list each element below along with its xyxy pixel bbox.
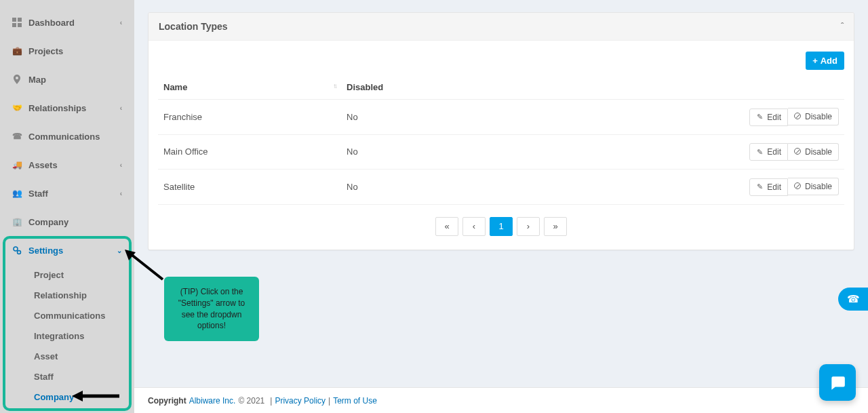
column-disabled: Disabled — [341, 78, 626, 100]
edit-button[interactable]: ✎Edit — [749, 109, 788, 126]
users-icon: 👥 — [12, 189, 22, 198]
floating-chat-button[interactable] — [819, 364, 856, 401]
pencil-icon: ✎ — [756, 148, 764, 157]
dashboard-icon — [12, 18, 22, 27]
disable-label: Disable — [805, 147, 832, 157]
disable-icon — [794, 182, 802, 191]
disable-icon — [794, 148, 802, 156]
sidebar-subitem-company[interactable]: Company — [0, 387, 134, 407]
page-next[interactable]: › — [517, 217, 540, 236]
page-current[interactable]: 1 — [490, 217, 513, 236]
disable-button[interactable]: Disable — [788, 143, 839, 161]
footer-privacy-link[interactable]: Privacy Policy — [275, 396, 326, 406]
phone-icon: ☎ — [12, 132, 22, 141]
page-first[interactable]: « — [435, 217, 458, 236]
sidebar-subitem-label: Relationship — [34, 290, 87, 300]
truck-icon: 🚚 — [12, 160, 22, 170]
sidebar-item-projects[interactable]: 💼 Projects — [0, 37, 134, 65]
sidebar-item-relationships[interactable]: 🤝 Relationships ‹ — [0, 94, 134, 122]
edit-button[interactable]: ✎Edit — [749, 143, 788, 161]
column-name-label: Name — [163, 82, 187, 92]
svg-rect-0 — [12, 18, 16, 22]
sidebar-item-label: Assets — [28, 160, 120, 170]
chevron-left-icon: ‹ — [120, 104, 122, 112]
sidebar-item-staff[interactable]: 👥 Staff ‹ — [0, 179, 134, 208]
column-actions — [626, 78, 844, 100]
table-row: Main OfficeNo✎EditDisable — [158, 134, 844, 170]
page-prev[interactable]: ‹ — [462, 217, 486, 236]
sidebar-item-map[interactable]: Map — [0, 65, 134, 94]
edit-button[interactable]: ✎Edit — [749, 178, 788, 196]
table-row: FranchiseNo✎EditDisable — [158, 100, 844, 135]
pencil-icon: ✎ — [756, 113, 764, 121]
edit-label: Edit — [767, 182, 781, 192]
cell-disabled: No — [341, 134, 626, 170]
gears-icon — [12, 245, 22, 255]
panel-header: Location Types ˆ — [149, 13, 854, 41]
add-button-label: Add — [821, 56, 837, 66]
svg-rect-3 — [18, 23, 22, 27]
sidebar-item-label: Settings — [28, 245, 117, 256]
sidebar-item-communications[interactable]: ☎ Communications — [0, 122, 134, 151]
sidebar-item-assets[interactable]: 🚚 Assets ‹ — [0, 151, 134, 179]
table-row: SatelliteNo✎EditDisable — [158, 170, 844, 205]
edit-label: Edit — [767, 113, 781, 122]
footer-company-link[interactable]: Albiware Inc. — [189, 396, 236, 406]
sidebar-item-label: Dashboard — [28, 18, 120, 28]
sidebar-subitem-relationship[interactable]: Relationship — [0, 285, 134, 305]
sidebar-subitem-label: Staff — [34, 372, 54, 382]
sidebar-subitem-asset[interactable]: Asset — [0, 346, 134, 366]
sidebar-subitem-label: Company — [34, 392, 74, 402]
disable-button[interactable]: Disable — [788, 178, 839, 195]
disable-icon — [794, 113, 802, 121]
svg-rect-1 — [18, 18, 22, 22]
sidebar-subitem-project[interactable]: Project — [0, 264, 134, 285]
disable-button[interactable]: Disable — [788, 108, 839, 125]
sidebar-item-label: Communications — [28, 132, 122, 142]
collapse-panel-icon[interactable]: ˆ — [841, 22, 844, 31]
sidebar-subitem-label: Integrations — [34, 331, 84, 341]
disable-label: Disable — [805, 112, 832, 121]
sidebar-subitem-staff[interactable]: Staff — [0, 366, 134, 387]
sidebar-subitem-integrations[interactable]: Integrations — [0, 326, 134, 346]
column-disabled-label: Disabled — [347, 82, 383, 92]
sidebar-subitem-label: Asset — [34, 351, 58, 361]
sidebar-item-settings[interactable]: Settings ⌄ — [0, 236, 134, 264]
cell-name: Main Office — [158, 134, 341, 170]
footer-terms-link[interactable]: Term of Use — [333, 396, 377, 406]
disable-label: Disable — [805, 182, 832, 191]
location-types-panel: Location Types ˆ + Add Name ↑↓ — [148, 12, 854, 250]
sidebar-item-label: Company — [28, 217, 122, 227]
footer-copyright-label: Copyright — [148, 396, 186, 406]
phone-icon: ☎ — [847, 293, 860, 305]
pagination: « ‹ 1 › » — [158, 217, 844, 236]
sidebar-subitem-communications[interactable]: Communications — [0, 305, 134, 326]
sidebar-item-label: Projects — [28, 46, 122, 56]
sidebar: Dashboard ‹ 💼 Projects Map 🤝 Relationshi… — [0, 0, 134, 413]
page-last[interactable]: » — [544, 217, 567, 236]
chevron-left-icon: ‹ — [120, 161, 122, 169]
footer-year: © 2021 — [238, 396, 264, 406]
cell-name: Satellite — [158, 170, 341, 205]
edit-label: Edit — [767, 147, 781, 157]
briefcase-icon: 💼 — [12, 46, 22, 56]
add-button[interactable]: + Add — [806, 52, 844, 70]
tip-text: (TIP) Click on the "Settings" arrow to s… — [178, 287, 245, 330]
column-name[interactable]: Name ↑↓ — [158, 78, 341, 100]
sidebar-subitem-label: Project — [34, 270, 64, 280]
chevron-down-icon: ⌄ — [117, 247, 122, 254]
cell-name: Franchise — [158, 100, 341, 135]
sidebar-item-company[interactable]: 🏢 Company — [0, 208, 134, 236]
chevron-left-icon: ‹ — [120, 190, 122, 197]
handshake-icon: 🤝 — [12, 103, 22, 113]
floating-phone-button[interactable]: ☎ — [838, 288, 868, 311]
svg-point-4 — [14, 247, 18, 251]
plus-icon: + — [812, 56, 818, 66]
sidebar-item-dashboard[interactable]: Dashboard ‹ — [0, 8, 134, 37]
cell-disabled: No — [341, 170, 626, 205]
chevron-left-icon: ‹ — [120, 19, 122, 26]
svg-rect-2 — [12, 23, 16, 27]
sidebar-item-label: Map — [28, 75, 122, 85]
pin-icon — [12, 75, 22, 84]
cell-disabled: No — [341, 100, 626, 135]
